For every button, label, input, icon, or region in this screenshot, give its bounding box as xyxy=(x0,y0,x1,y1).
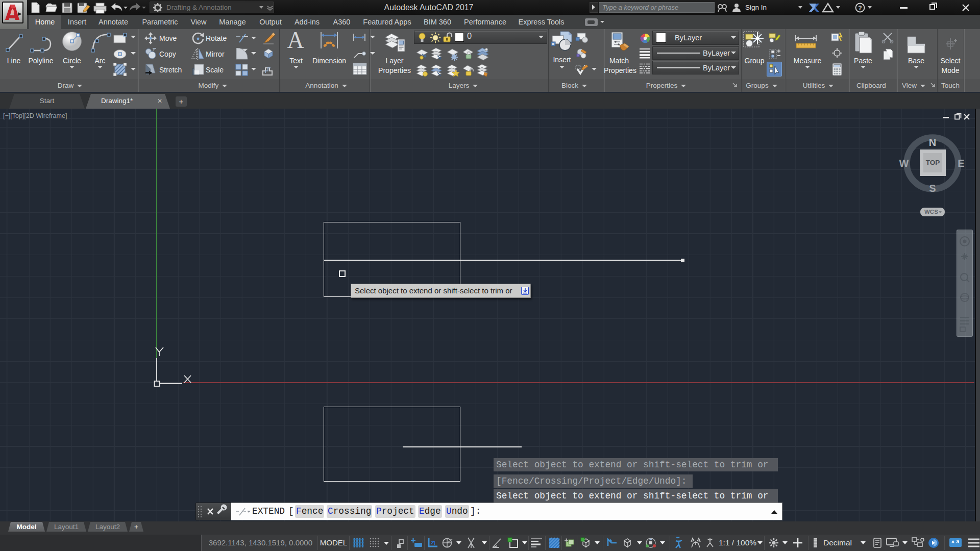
svg-text:S: S xyxy=(929,183,936,194)
svg-text:N: N xyxy=(929,137,936,148)
svg-text:W: W xyxy=(899,158,909,169)
svg-text:?: ? xyxy=(858,5,862,12)
svg-text:E: E xyxy=(958,158,964,169)
